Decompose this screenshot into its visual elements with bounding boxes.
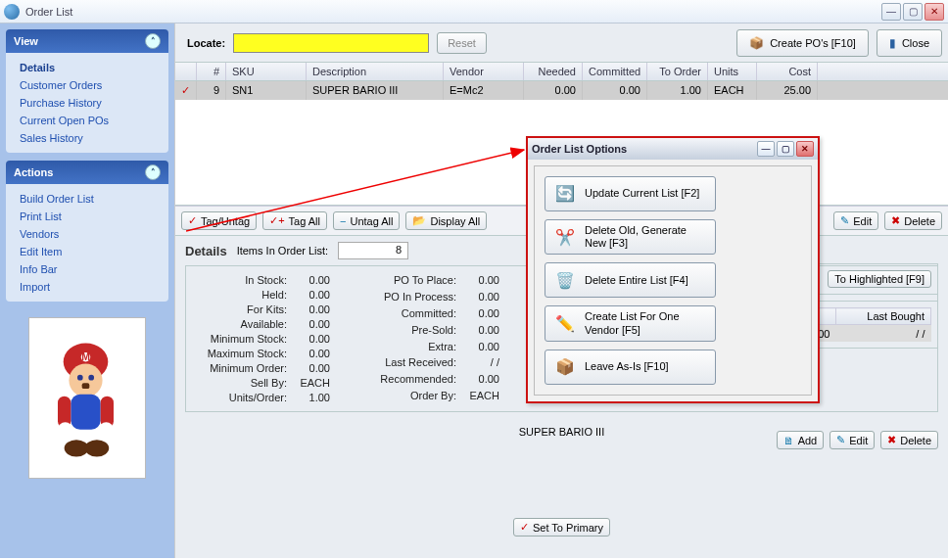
v-rec: 0.00 bbox=[456, 373, 503, 387]
chevron-up-icon: ˄ bbox=[145, 164, 161, 180]
sidebar-item-details[interactable]: Details bbox=[6, 59, 168, 76]
k-instock: In Stock: bbox=[194, 274, 287, 286]
v-unitsorder: 1.00 bbox=[287, 392, 334, 403]
col-needed[interactable]: Needed bbox=[524, 63, 583, 80]
check-icon: ✓ bbox=[520, 521, 529, 534]
close-label: Close bbox=[902, 37, 929, 49]
dialog-titlebar[interactable]: Order List Options — ▢ ✕ bbox=[528, 138, 818, 160]
actions-title: Actions bbox=[14, 166, 53, 178]
locate-input[interactable] bbox=[233, 33, 429, 53]
svg-point-8 bbox=[58, 422, 72, 437]
locate-label: Locate: bbox=[187, 37, 225, 49]
items-in-label: Items In Order List: bbox=[237, 245, 329, 257]
maximize-button[interactable]: ▢ bbox=[903, 3, 923, 21]
reset-button[interactable]: Reset bbox=[437, 32, 487, 54]
grid-edit-button[interactable]: ✎Edit bbox=[833, 211, 878, 230]
col-sku[interactable]: SKU bbox=[226, 63, 307, 80]
view-panel: Details Customer Orders Purchase History… bbox=[6, 53, 168, 153]
col-tag[interactable] bbox=[175, 63, 197, 80]
svg-point-3 bbox=[88, 375, 94, 381]
svg-point-1 bbox=[69, 363, 102, 397]
sidebar-item-customer-orders[interactable]: Customer Orders bbox=[6, 76, 168, 94]
sidebar-item-open-pos[interactable]: Current Open POs bbox=[6, 112, 168, 129]
minimize-button[interactable]: — bbox=[881, 3, 901, 21]
k-avail: Available: bbox=[194, 318, 287, 330]
col-toorder[interactable]: To Order bbox=[647, 63, 708, 80]
close-window-button[interactable]: ✕ bbox=[924, 3, 944, 21]
grid-row[interactable]: ✓ 9 SN1 SUPER BARIO III E=Mc2 0.00 0.00 … bbox=[175, 81, 948, 100]
actions-panel: Build Order List Print List Vendors Edit… bbox=[6, 184, 168, 302]
close-button[interactable]: ▮ Close bbox=[877, 29, 942, 57]
k-unitsorder: Units/Order: bbox=[194, 392, 287, 403]
set-primary-button[interactable]: ✓Set To Primary bbox=[513, 518, 610, 537]
v-instock: 0.00 bbox=[287, 274, 334, 286]
v-minstock: 0.00 bbox=[287, 333, 334, 345]
delete-entire-list-button[interactable]: 🗑️Delete Entire List [F4] bbox=[545, 262, 716, 298]
k-minorder: Minimum Order: bbox=[194, 362, 287, 374]
svg-point-9 bbox=[99, 422, 114, 437]
titlebar: Order List — ▢ ✕ bbox=[0, 0, 948, 23]
page-icon: 🗎 bbox=[783, 435, 794, 446]
tag-untag-button[interactable]: ✓Tag/Untag bbox=[181, 211, 257, 230]
cell-committed: 0.00 bbox=[583, 81, 647, 100]
dialog-close-button[interactable]: ✕ bbox=[796, 141, 814, 157]
col-cost[interactable]: Cost bbox=[757, 63, 818, 80]
k-sellby: Sell By: bbox=[194, 377, 287, 389]
sidebar-item-sales-history[interactable]: Sales History bbox=[6, 129, 168, 147]
grid-delete-button[interactable]: ✖Delete bbox=[884, 211, 942, 230]
tag-check-icon: ✓ bbox=[175, 81, 197, 100]
delete-button[interactable]: ✖Delete bbox=[880, 431, 938, 449]
tag-all-button[interactable]: ✓+Tag All bbox=[262, 211, 327, 230]
view-panel-header[interactable]: View ˄ bbox=[6, 29, 168, 53]
untag-all-button[interactable]: −Untag All bbox=[333, 211, 400, 230]
v-orderby: EACH bbox=[456, 390, 503, 403]
dialog-maximize-button[interactable]: ▢ bbox=[777, 141, 794, 157]
v-avail: 0.00 bbox=[287, 318, 334, 330]
k-extra: Extra: bbox=[363, 341, 456, 354]
col-lastbought[interactable]: Last Bought bbox=[836, 308, 931, 325]
create-list-one-vendor-button[interactable]: ✏️Create List For One Vendor [F5] bbox=[545, 305, 716, 341]
sidebar-item-info-bar[interactable]: Info Bar bbox=[6, 260, 168, 278]
k-pip: PO In Process: bbox=[363, 291, 456, 304]
actions-panel-header[interactable]: Actions ˄ bbox=[6, 161, 168, 184]
display-all-button[interactable]: 📂Display All bbox=[405, 211, 487, 230]
delete-icon: ✖ bbox=[891, 214, 900, 227]
sidebar-item-vendors[interactable]: Vendors bbox=[6, 225, 168, 243]
window-title: Order List bbox=[25, 6, 881, 18]
sidebar-item-import[interactable]: Import bbox=[6, 278, 168, 296]
sidebar-item-edit-item[interactable]: Edit Item bbox=[6, 243, 168, 260]
sidebar-item-build-order-list[interactable]: Build Order List bbox=[6, 190, 168, 208]
check-plus-icon: ✓+ bbox=[269, 214, 284, 227]
add-button[interactable]: 🗎Add bbox=[777, 431, 825, 449]
leave-as-is-button[interactable]: 📦Leave As-Is [F10] bbox=[545, 350, 716, 385]
k-forkits: For Kits: bbox=[194, 303, 287, 315]
col-units[interactable]: Units bbox=[708, 63, 757, 80]
to-highlighted-button[interactable]: To Highlighted [F9] bbox=[828, 270, 931, 288]
create-pos-button[interactable]: 📦 Create PO's [F10] bbox=[736, 29, 869, 57]
k-minstock: Minimum Stock: bbox=[194, 333, 287, 345]
col-vendor[interactable]: Vendor bbox=[444, 63, 524, 80]
edit-button[interactable]: ✎Edit bbox=[830, 431, 875, 449]
update-current-list-button[interactable]: 🔄Update Current List [F2] bbox=[545, 176, 716, 211]
col-num[interactable]: # bbox=[197, 63, 226, 80]
col-desc[interactable]: Description bbox=[307, 63, 444, 80]
sidebar-item-print-list[interactable]: Print List bbox=[6, 208, 168, 225]
cell-desc: SUPER BARIO III bbox=[307, 81, 444, 100]
v-forkits: 0.00 bbox=[287, 303, 334, 315]
cell-val2: / / bbox=[836, 325, 931, 343]
details-col-right: PO To Place:0.00 PO In Process:0.00 Comm… bbox=[363, 274, 503, 403]
delete-old-generate-new-button[interactable]: ✂️Delete Old, Generate New [F3] bbox=[545, 219, 716, 255]
svg-rect-4 bbox=[82, 383, 90, 389]
v-extra: 0.00 bbox=[456, 341, 503, 354]
cell-units: EACH bbox=[708, 81, 757, 100]
svg-point-2 bbox=[77, 375, 83, 381]
col-committed[interactable]: Committed bbox=[583, 63, 647, 80]
app-icon bbox=[4, 4, 20, 20]
svg-text:M: M bbox=[81, 351, 90, 362]
sidebar-item-purchase-history[interactable]: Purchase History bbox=[6, 94, 168, 112]
k-rec: Recommended: bbox=[363, 373, 456, 387]
box-icon: 📦 bbox=[749, 36, 764, 50]
trash-icon: 🗑️ bbox=[553, 268, 577, 292]
k-orderby: Order By: bbox=[363, 390, 456, 403]
dialog-minimize-button[interactable]: — bbox=[757, 141, 775, 157]
